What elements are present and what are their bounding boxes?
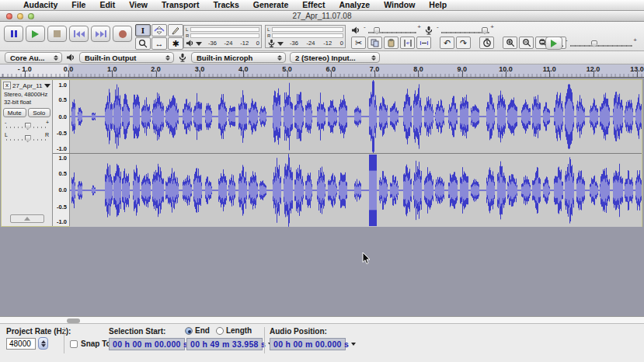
skip-to-end-icon bbox=[96, 30, 106, 37]
meter-dropdown-icon[interactable] bbox=[196, 42, 202, 46]
cut-button[interactable]: ✂ bbox=[351, 37, 366, 49]
microphone-icon bbox=[267, 39, 276, 47]
envelope-tool-button[interactable] bbox=[151, 24, 167, 37]
length-radio[interactable]: Length bbox=[216, 326, 252, 335]
timeline-minor-ticks bbox=[0, 74, 644, 77]
menu-tracks[interactable]: Tracks bbox=[206, 0, 245, 10]
menu-help[interactable]: Help bbox=[422, 0, 454, 10]
menu-view[interactable]: View bbox=[122, 0, 155, 10]
menu-window[interactable]: Window bbox=[377, 0, 422, 10]
audio-position-field[interactable]: 00 h 00 m 00.000 s bbox=[270, 338, 346, 350]
gain-slider[interactable]: - + bbox=[5, 120, 49, 131]
recording-meter[interactable]: L R -36-24-120 bbox=[265, 25, 346, 48]
timeline-ruler[interactable]: - 1.00.01.02.03.04.05.06.07.08.09.010.01… bbox=[0, 64, 644, 78]
selection-tool-button[interactable]: I bbox=[135, 24, 151, 37]
project-rate-input[interactable] bbox=[6, 338, 36, 350]
length-radio-dot[interactable] bbox=[216, 327, 224, 335]
channel-left[interactable]: 1.00.50.0-0.5-1.0 bbox=[53, 80, 642, 154]
sync-lock-button[interactable] bbox=[479, 37, 494, 49]
end-radio[interactable]: End bbox=[185, 326, 210, 335]
menu-transport[interactable]: Transport bbox=[155, 0, 206, 10]
input-volume-slider[interactable]: - + bbox=[437, 26, 494, 35]
horizontal-scrollbar[interactable] bbox=[0, 316, 644, 324]
timeshift-tool-icon: ↔ bbox=[155, 40, 164, 48]
input-device-select[interactable]: Built-in Microph bbox=[191, 52, 286, 63]
meter-scale-tick: -12 bbox=[323, 40, 332, 47]
playback-speed-slider[interactable]: - + bbox=[566, 39, 637, 48]
apple-menu-icon[interactable] bbox=[8, 5, 16, 5]
playback-meter[interactable]: L R -36-24-120 bbox=[183, 25, 262, 48]
gain-thumb[interactable] bbox=[25, 123, 31, 130]
transcription-toolbar: - + bbox=[545, 37, 637, 50]
timeline-major-tick bbox=[156, 71, 157, 77]
solo-button[interactable]: Solo bbox=[28, 108, 51, 117]
vertical-ruler-right: 1.00.50.0-0.5-1.0 bbox=[53, 154, 70, 227]
timeline-major-tick bbox=[506, 71, 506, 77]
multi-tool-button[interactable]: ✱ bbox=[168, 37, 183, 50]
selection-start-field[interactable]: 00 h 00 m 00.000 s bbox=[109, 338, 185, 350]
redo-icon: ↷ bbox=[460, 39, 467, 47]
trim-audio-button[interactable] bbox=[400, 37, 415, 49]
copy-icon bbox=[371, 39, 379, 47]
timeshift-tool-button[interactable]: ↔ bbox=[151, 37, 167, 50]
output-device-select[interactable]: Built-in Output bbox=[79, 52, 174, 63]
track-title[interactable]: 27_Apr_11. bbox=[12, 82, 43, 89]
selection-toolbar: Project Rate (Hz): Snap To Selection Sta… bbox=[0, 324, 644, 362]
input-channels-value: 2 (Stereo) Input... bbox=[295, 54, 367, 62]
zoom-out-button[interactable] bbox=[519, 37, 534, 49]
project-rate-stepper[interactable] bbox=[38, 337, 48, 350]
pan-slider[interactable]: L R bbox=[5, 132, 49, 143]
track-close-button[interactable]: x bbox=[3, 82, 11, 89]
menu-analyze[interactable]: Analyze bbox=[332, 0, 377, 10]
play-at-speed-icon bbox=[551, 40, 557, 47]
draw-tool-icon bbox=[171, 26, 180, 35]
draw-tool-button[interactable] bbox=[168, 24, 183, 37]
output-volume-slider[interactable]: - + bbox=[364, 26, 421, 35]
field-dropdown-icon[interactable] bbox=[351, 343, 356, 346]
stop-button[interactable] bbox=[47, 26, 67, 42]
project-rate-combo[interactable] bbox=[6, 337, 48, 350]
redo-button[interactable]: ↷ bbox=[456, 37, 471, 49]
waveform-right[interactable] bbox=[70, 154, 642, 227]
menu-audacity[interactable]: Audacity bbox=[16, 0, 64, 10]
mute-button[interactable]: Mute bbox=[3, 108, 26, 117]
zoom-in-icon bbox=[506, 38, 515, 47]
pause-button[interactable] bbox=[4, 26, 23, 42]
copy-button[interactable] bbox=[367, 37, 382, 49]
zoom-tool-button[interactable] bbox=[135, 37, 151, 50]
timeline-major-tick bbox=[287, 71, 288, 77]
play-at-speed-button[interactable] bbox=[545, 37, 562, 50]
audio-host-select[interactable]: Core Au... bbox=[5, 52, 62, 63]
meter-scale-tick: 0 bbox=[340, 40, 343, 47]
input-channels-select[interactable]: 2 (Stereo) Input... bbox=[290, 52, 380, 63]
snap-to-control[interactable]: Snap To bbox=[70, 339, 111, 348]
track-format-line2: 32-bit float bbox=[2, 98, 52, 106]
silence-audio-button[interactable] bbox=[416, 37, 431, 49]
audio-host-value: Core Au... bbox=[10, 54, 49, 62]
track-collapse-button[interactable] bbox=[10, 214, 44, 223]
meter-dropdown-icon[interactable] bbox=[277, 42, 284, 46]
play-button[interactable] bbox=[26, 26, 45, 42]
pan-thumb[interactable] bbox=[25, 135, 31, 142]
track-menu-icon[interactable] bbox=[44, 84, 50, 88]
length-radio-label: Length bbox=[226, 326, 252, 335]
horizontal-scrollbar-thumb[interactable] bbox=[67, 318, 80, 323]
end-radio-dot[interactable] bbox=[185, 327, 193, 335]
audio-track[interactable]: x 27_Apr_11. Stereo, 48000Hz 32-bit floa… bbox=[1, 79, 642, 227]
zoom-out-icon bbox=[522, 38, 531, 47]
menu-file[interactable]: File bbox=[64, 0, 92, 10]
menu-effect[interactable]: Effect bbox=[295, 0, 332, 10]
zoom-in-button[interactable] bbox=[503, 37, 517, 49]
menu-generate[interactable]: Generate bbox=[246, 0, 296, 10]
skip-to-start-button[interactable] bbox=[69, 26, 89, 42]
waveform-left[interactable] bbox=[70, 80, 642, 153]
menu-edit[interactable]: Edit bbox=[92, 0, 122, 10]
selection-end-field[interactable]: 00 h 49 m 33.958 s bbox=[186, 338, 263, 350]
skip-to-end-button[interactable] bbox=[91, 26, 110, 42]
record-button[interactable] bbox=[113, 26, 132, 42]
channel-right[interactable]: 1.00.50.0-0.5-1.0 bbox=[53, 154, 642, 227]
paste-button[interactable] bbox=[384, 37, 399, 49]
snap-to-checkbox[interactable] bbox=[70, 340, 78, 348]
undo-button[interactable]: ↶ bbox=[440, 37, 454, 49]
empty-project-area[interactable] bbox=[0, 228, 644, 316]
